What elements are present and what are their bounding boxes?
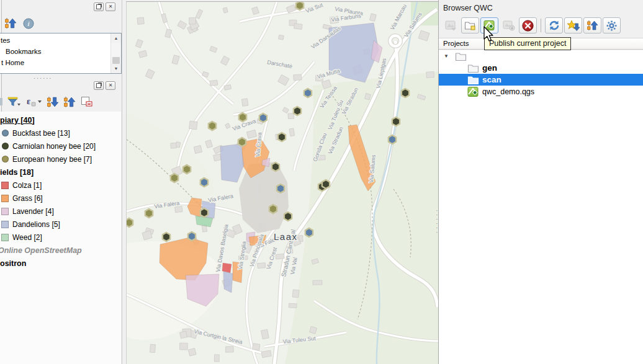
apiary-hexagon	[402, 89, 409, 97]
browser-list-scrollbar[interactable]: ▲ ▼	[110, 33, 121, 73]
float-panel-button[interactable]	[94, 81, 104, 90]
float-panel-button[interactable]	[94, 2, 104, 11]
tree-row-qwc_demo.qgs[interactable]: qwc_demo.qgs	[439, 86, 643, 97]
layer-label: Colza [1]	[12, 181, 42, 190]
legend-swatch	[1, 195, 9, 202]
refresh-button[interactable]	[545, 17, 563, 33]
apiary-hexagon	[305, 228, 313, 237]
browser-item[interactable]: Bookmarks	[0, 46, 121, 57]
apiary-hexagon	[259, 113, 267, 122]
info-icon[interactable]: i	[23, 18, 34, 29]
gray-area	[239, 162, 289, 233]
scroll-down-icon[interactable]: ▼	[111, 64, 121, 73]
toolbar-separator	[541, 19, 541, 32]
layer-item[interactable]: Lavender [4]	[0, 205, 121, 218]
tree-row-scan[interactable]: scan	[439, 74, 643, 86]
field-colza	[222, 263, 232, 273]
left-dock-area: ✕ i tesBookmarkst Home ▲ ▼ ...... ✕	[0, 0, 122, 364]
qwc-browser-panel: Browser QWC Projects ▼genscanqwc_demo.qg…	[438, 0, 643, 364]
layer-item[interactable]: European honey bee [7]	[0, 153, 121, 166]
layer-item[interactable]: Carniolan honey bee [20]	[0, 140, 121, 153]
tree-row-label: qwc_demo.qgs	[482, 87, 534, 96]
layer-tree[interactable]: piary [40]Buckfast bee [13]Carniolan hon…	[0, 112, 121, 364]
layer-label: Lavender [4]	[12, 207, 54, 216]
qgis-project-icon	[467, 86, 479, 97]
close-panel-button[interactable]: ✕	[106, 2, 115, 11]
delete-project-button[interactable]	[519, 17, 537, 33]
legend-swatch	[1, 182, 9, 189]
collapse-all-icon[interactable]	[5, 17, 17, 29]
place-label: Laax	[274, 231, 298, 242]
settings-button[interactable]	[603, 17, 621, 33]
open-project-button	[442, 17, 460, 33]
tree-row-root[interactable]: ▼	[439, 50, 643, 62]
map-dock-splitter[interactable]: ······	[435, 208, 439, 234]
browser-item[interactable]: tes	[0, 35, 121, 46]
apiary-hexagon	[269, 205, 277, 213]
collapse-all-button[interactable]	[583, 17, 601, 33]
scroll-up-icon[interactable]: ▲	[111, 33, 121, 43]
apiary-hexagon	[200, 208, 208, 217]
folder-icon	[455, 51, 467, 61]
layer-label: piary [40]	[0, 116, 35, 125]
tree-row-gen[interactable]: gen	[439, 62, 643, 74]
tooltip: Publish current project	[484, 37, 571, 50]
expand-all-icon[interactable]	[47, 96, 59, 108]
layer-label: ields [18]	[0, 168, 34, 177]
projects-tree[interactable]: ▼genscanqwc_demo.qgs	[439, 50, 643, 364]
panel-title: Browser QWC	[443, 4, 493, 12]
qwc-toolbar	[442, 17, 621, 33]
layer-label: ositron	[0, 259, 26, 268]
apiary-hexagon	[304, 89, 312, 97]
apiary-hexagon	[163, 233, 170, 241]
legend-swatch	[2, 143, 9, 149]
map-themes-icon[interactable]	[0, 96, 2, 107]
panel-splitter[interactable]: ......	[34, 75, 52, 78]
layers-panel-toolbar: ε	[0, 94, 93, 109]
browser-panel-toolbar: i	[5, 17, 34, 29]
browser-panel-titlebar-buttons: ✕	[94, 2, 115, 11]
map-svg: Via PlauntaVia SutVia FarbunsVia SalumsV…	[127, 2, 439, 364]
refresh-icon	[548, 19, 560, 32]
close-panel-button[interactable]: ✕	[106, 81, 115, 90]
layer-item[interactable]: Colza [1]	[0, 179, 121, 192]
apiary-hexagon	[171, 174, 178, 182]
collapse-all-icon[interactable]	[64, 96, 76, 108]
remove-layer-icon[interactable]	[81, 96, 93, 107]
layer-label: Weed [2]	[12, 233, 42, 242]
legend-swatch	[1, 234, 9, 241]
new-folder-button[interactable]	[461, 17, 479, 33]
filter-expression-icon[interactable]: ε	[26, 96, 42, 107]
star-action-button[interactable]	[564, 17, 582, 33]
apiary-hexagon	[392, 117, 400, 126]
layer-group[interactable]: ositron	[0, 257, 121, 270]
apiary-hexagon	[296, 2, 304, 10]
layer-label: Grass [6]	[12, 194, 43, 203]
layer-group[interactable]: ields [18]	[0, 166, 121, 179]
apiary-hexagon	[322, 180, 330, 189]
apiary-hexagon	[200, 178, 208, 187]
browser-item[interactable]: t Home	[0, 57, 121, 68]
legend-swatch	[2, 156, 9, 162]
layer-item[interactable]: Buckfast bee [13]	[0, 127, 121, 140]
browser-list[interactable]: tesBookmarkst Home ▲ ▼	[0, 33, 122, 74]
gear-icon	[606, 20, 618, 32]
layer-item[interactable]: Grass [6]	[0, 192, 121, 205]
star-arrow-icon	[567, 20, 580, 32]
layer-group[interactable]: piary [40]	[0, 113, 121, 127]
new-folder-icon	[464, 20, 477, 31]
filter-legend-icon[interactable]	[7, 96, 21, 107]
layer-group[interactable]: Online OpenStreetMap	[0, 244, 121, 257]
mouse-cursor	[481, 26, 495, 44]
scrollbar-thumb[interactable]	[112, 57, 120, 64]
apiary-hexagon	[272, 162, 279, 171]
tree-row-label: gen	[482, 63, 497, 73]
layer-label: Dandelions [5]	[12, 220, 60, 229]
layer-item[interactable]: Dandelions [5]	[0, 218, 121, 231]
map-canvas[interactable]: Via PlauntaVia SutVia FarbunsVia SalumsV…	[126, 1, 439, 364]
layer-item[interactable]: Weed [2]	[0, 231, 121, 244]
legend-swatch	[1, 221, 9, 228]
folder-icon	[467, 75, 479, 85]
folder-icon	[467, 63, 479, 73]
expander-icon[interactable]: ▼	[444, 53, 450, 59]
